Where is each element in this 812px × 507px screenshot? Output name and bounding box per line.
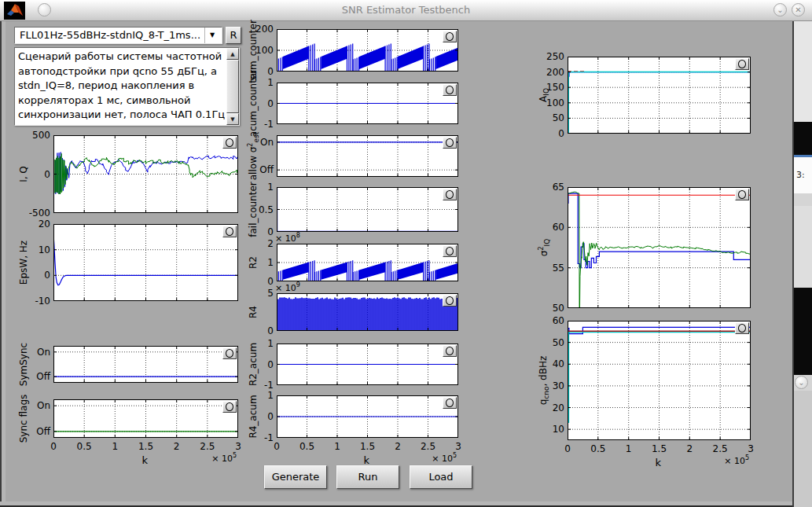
- zoom-ellipse-icon: [446, 399, 454, 407]
- y-axis-label: R4_acum: [248, 395, 259, 438]
- scenario-dropdown-value: FLL01Hz-55dBHz-stdnIQ_8-T_1ms...: [20, 29, 200, 41]
- plot-r4: 50R4× 109: [277, 293, 458, 331]
- scenario-dropdown[interactable]: FLL01Hz-55dBHz-stdnIQ_8-T_1ms... ▼: [14, 27, 222, 44]
- zoom-toggle-button[interactable]: [443, 245, 457, 257]
- plot-a-iq: 250200150100500AIQ: [568, 57, 751, 134]
- generate-button[interactable]: Generate: [264, 465, 327, 489]
- plot-canvas: [277, 29, 458, 72]
- zoom-toggle-button[interactable]: [735, 322, 749, 334]
- description-scrollbar[interactable]: ▲ ▼: [226, 48, 239, 125]
- plot-canvas: [568, 57, 751, 134]
- plot-acum-counter: 10-1acum_counter: [277, 83, 458, 124]
- x-tick-label: 1.5: [130, 441, 162, 452]
- plot-r2-acum: 10-1R2_acum: [277, 344, 458, 385]
- window-close-button[interactable]: ✕: [792, 3, 805, 17]
- y-tick-label: 0: [530, 128, 564, 139]
- zoom-toggle-button[interactable]: [443, 345, 457, 357]
- y-tick-label: -500: [16, 208, 50, 219]
- plot-canvas: [277, 83, 458, 124]
- y-tick-label: 0: [239, 276, 274, 287]
- y-axis-exponent: × 109: [275, 281, 300, 293]
- load-button[interactable]: Load: [410, 465, 472, 489]
- zoom-toggle-button[interactable]: [443, 295, 457, 307]
- description-line: корреляторах 1 мс, символьной: [18, 94, 225, 108]
- zoom-ellipse-icon: [446, 190, 454, 199]
- window-title: SNR Estimator Testbench: [0, 0, 812, 20]
- y-tick-label: 250: [530, 51, 564, 62]
- zoom-toggle-button[interactable]: [735, 58, 749, 70]
- scroll-down-button[interactable]: ▼: [226, 113, 239, 125]
- scroll-up-button[interactable]: ▲: [226, 48, 239, 60]
- background-window-dark-area: [794, 122, 812, 155]
- description-line: Сценарий работы системы частотной: [18, 50, 225, 64]
- plot-canvas: [277, 293, 458, 331]
- plot-qcno: 605040302010qcno, dBHz00.511.522.53k× 10…: [568, 321, 751, 440]
- window-shade-button[interactable]: ⌄: [773, 3, 787, 17]
- plot-canvas: [277, 395, 458, 438]
- plot-canvas: [53, 399, 238, 438]
- scroll-thumb[interactable]: [226, 60, 239, 113]
- x-tick-label: 0: [261, 441, 292, 452]
- x-axis-label: k: [364, 454, 370, 466]
- zoom-toggle-button[interactable]: [222, 401, 237, 413]
- plot-canvas: [53, 346, 238, 383]
- x-tick-label: 2: [674, 443, 705, 454]
- zoom-ellipse-icon: [446, 86, 454, 94]
- zoom-ellipse-icon: [226, 227, 233, 236]
- plot-canvas: [277, 244, 458, 281]
- zoom-toggle-button[interactable]: [443, 84, 457, 96]
- x-tick-label: 1.5: [352, 441, 384, 452]
- plot-sigma2-iq: 65605550σ2IQ: [568, 187, 751, 308]
- zoom-toggle-button[interactable]: [443, 31, 457, 42]
- y-tick-label: 5: [239, 288, 274, 299]
- y-tick-label: -10: [16, 296, 50, 307]
- plot-symsync: OnOffSymSync: [53, 346, 238, 383]
- scenario-description-text: Сценарий работы системы частотной автопо…: [18, 50, 225, 123]
- zoom-toggle-button[interactable]: [222, 137, 237, 149]
- x-tick-label: 1: [99, 441, 130, 452]
- y-tick-label: 0: [239, 325, 274, 336]
- y-tick-label: 55: [530, 263, 564, 274]
- x-tick-label: 0.5: [68, 441, 100, 452]
- y-axis-label: AIQ: [538, 88, 550, 102]
- zoom-toggle-button[interactable]: [443, 137, 457, 149]
- y-axis-label: allow σ2est: [247, 132, 260, 180]
- zoom-toggle-button[interactable]: [222, 226, 237, 237]
- y-axis-label: I, Q: [18, 166, 29, 182]
- background-window-area: [794, 21, 812, 122]
- plot-canvas: [277, 135, 458, 177]
- plot-canvas: [277, 187, 458, 232]
- zoom-toggle-button[interactable]: [735, 189, 749, 200]
- plot-i-q: 5000-500I, Q: [53, 135, 238, 213]
- x-tick-label: 2.5: [413, 441, 444, 452]
- dropdown-arrow-icon[interactable]: ▼: [204, 28, 219, 43]
- zoom-ellipse-icon: [226, 402, 233, 411]
- y-axis-label: R2_acum: [248, 343, 259, 386]
- zoom-ellipse-icon: [446, 138, 454, 147]
- background-window-dark-area: [794, 288, 812, 375]
- zoom-toggle-button[interactable]: [443, 189, 457, 200]
- x-axis-label: k: [142, 454, 149, 466]
- plot-sum-counter: 2001000sum_counter: [277, 29, 458, 72]
- background-window-scroll-button[interactable]: ⌄: [795, 376, 808, 389]
- zoom-toggle-button[interactable]: [222, 347, 237, 359]
- x-tick-label: 0: [552, 443, 583, 454]
- run-button[interactable]: Run: [336, 465, 399, 489]
- scenario-description-box[interactable]: Сценарий работы системы частотной автопо…: [14, 47, 240, 126]
- x-tick-label: 0.5: [292, 441, 323, 452]
- plot-allow-sigma2-est: OnOffallow σ2est: [277, 135, 458, 177]
- title-bar[interactable]: SNR Estimator Testbench ⌄ ✕: [0, 0, 812, 21]
- plot-r4-acum: 10-1R4_acum00.511.522.53k× 105: [277, 395, 458, 438]
- plot-canvas: [53, 224, 238, 301]
- y-axis-label: EpsW, Hz: [18, 241, 29, 285]
- x-tick-label: 2.5: [192, 441, 223, 452]
- zoom-ellipse-icon: [446, 32, 454, 41]
- y-tick-label: 500: [16, 130, 50, 141]
- x-axis-exponent: × 105: [432, 452, 457, 464]
- x-tick-label: 1: [613, 443, 645, 454]
- zoom-toggle-button[interactable]: [443, 397, 457, 409]
- zoom-ellipse-icon: [226, 138, 233, 147]
- y-tick-label: 50: [530, 303, 564, 314]
- y-axis-label: Sync flags: [18, 395, 29, 443]
- plot-epsw: 20100-10EpsW, Hz: [53, 224, 238, 301]
